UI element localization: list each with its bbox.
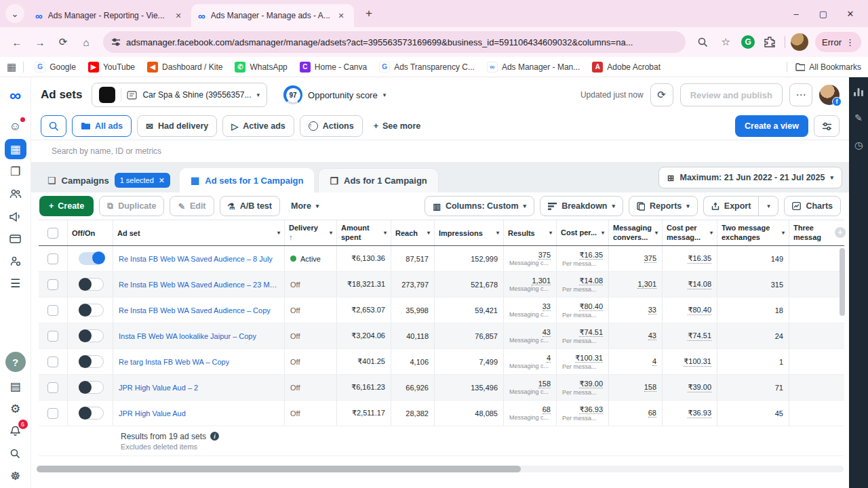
browser-tab-inactive[interactable]: ∞ Ads Manager - Reporting - Vie... ✕ bbox=[28, 4, 191, 27]
tab-search-button[interactable]: ⌄ bbox=[5, 4, 24, 23]
all-tools-menu-icon[interactable]: ☰ bbox=[5, 273, 26, 293]
forward-button[interactable]: → bbox=[30, 32, 50, 52]
row-checkbox[interactable] bbox=[47, 331, 58, 342]
ad-set-link[interactable]: Insta FB Web WA lookalike Jaipur – Copy bbox=[119, 332, 256, 340]
col-two-message-exchanges[interactable]: Two message exchanges▾ bbox=[717, 220, 789, 245]
edit-pencil-icon[interactable]: ✎ bbox=[854, 113, 863, 123]
bookmark-item[interactable]: C Home - Canva bbox=[294, 60, 372, 75]
ad-set-toggle[interactable] bbox=[79, 329, 104, 342]
new-tab-button[interactable]: + bbox=[359, 4, 378, 23]
ad-set-link[interactable]: JPR High Value Aud bbox=[119, 409, 186, 418]
notifications-bell-icon[interactable]: 6 bbox=[5, 421, 26, 441]
filter-chip-actions[interactable]: ↑ Actions bbox=[300, 115, 363, 137]
ad-set-link[interactable]: JPR High Value Aud – 2 bbox=[119, 384, 198, 392]
grammarly-extension-icon[interactable]: G bbox=[738, 33, 757, 52]
horizontal-scrollbar-thumb[interactable] bbox=[37, 466, 521, 472]
ad-set-toggle[interactable] bbox=[79, 355, 104, 368]
review-and-publish-button[interactable]: Review and publish bbox=[680, 83, 783, 106]
apps-grid-icon[interactable]: ▦ bbox=[7, 61, 16, 73]
ad-set-toggle[interactable] bbox=[79, 304, 104, 317]
user-avatar[interactable]: f bbox=[819, 85, 840, 105]
search-filter-button[interactable] bbox=[41, 115, 66, 137]
vertical-scrollbar[interactable] bbox=[840, 248, 845, 316]
close-button[interactable]: ✕ bbox=[837, 0, 864, 27]
col-ad-set[interactable]: Ad set▾ bbox=[113, 220, 285, 245]
ad-set-toggle[interactable] bbox=[79, 278, 104, 291]
zoom-icon[interactable] bbox=[692, 32, 713, 52]
info-icon[interactable]: i bbox=[210, 432, 219, 441]
account-overview-icon[interactable]: ☺ bbox=[5, 117, 26, 137]
sort-menu-icon[interactable]: ▾ bbox=[277, 230, 280, 236]
export-dropdown-button[interactable]: ▾ bbox=[758, 196, 778, 216]
bookmark-star-icon[interactable]: ☆ bbox=[715, 32, 736, 52]
account-settings-icon[interactable] bbox=[5, 251, 26, 271]
bookmark-item[interactable]: ▶ YouTube bbox=[83, 60, 140, 75]
ad-set-toggle[interactable] bbox=[79, 252, 104, 265]
refresh-button[interactable]: ⟳ bbox=[650, 83, 673, 106]
bookmark-item[interactable]: ◀ Dashboard / Kite bbox=[142, 60, 228, 75]
horizontal-scrollbar-track[interactable] bbox=[37, 466, 844, 472]
bookmark-item[interactable]: ∞ Ads Manager - Man... bbox=[481, 60, 585, 75]
bookmark-item[interactable]: G Google bbox=[29, 60, 81, 75]
search-input[interactable] bbox=[52, 146, 458, 156]
ad-set-toggle[interactable] bbox=[79, 407, 104, 420]
pages-icon[interactable]: ❐ bbox=[5, 161, 26, 182]
selected-badge[interactable]: 1 selected ✕ bbox=[115, 173, 170, 188]
ad-set-link[interactable]: Re Insta FB Web WA Saved Audience – 23 M… bbox=[119, 281, 279, 289]
col-messaging-conversations[interactable]: Messaging convers...▾ bbox=[609, 220, 663, 245]
filter-chip-active-ads[interactable]: ▷ Active ads bbox=[222, 115, 294, 137]
export-button[interactable]: Export bbox=[703, 196, 759, 216]
campaigns-nav-icon[interactable]: ▦ bbox=[5, 139, 26, 159]
tab-ads[interactable]: ❐ Ads for 1 Campaign bbox=[318, 168, 438, 192]
col-delivery[interactable]: Delivery↑▾ bbox=[285, 220, 337, 245]
site-info-icon[interactable] bbox=[111, 37, 121, 47]
bookmark-item[interactable]: G Ads Transparency C... bbox=[374, 60, 480, 75]
row-checkbox[interactable] bbox=[47, 382, 58, 393]
edit-button[interactable]: ✎ Edit bbox=[170, 196, 214, 216]
col-off-on[interactable]: Off/On bbox=[68, 220, 113, 245]
ad-set-toggle[interactable] bbox=[79, 381, 104, 394]
billing-icon[interactable] bbox=[5, 228, 26, 249]
filter-settings-icon[interactable] bbox=[814, 115, 840, 137]
row-checkbox[interactable] bbox=[47, 408, 58, 419]
col-reach[interactable]: Reach▾ bbox=[391, 220, 435, 245]
home-button[interactable]: ⌂ bbox=[76, 32, 96, 52]
history-clock-icon[interactable]: ◷ bbox=[854, 140, 863, 150]
reload-button[interactable]: ⟳ bbox=[53, 32, 73, 52]
bookmark-item[interactable]: ✆ WhatsApp bbox=[229, 60, 292, 75]
help-icon[interactable]: ? bbox=[5, 352, 26, 372]
filter-chip-had-delivery[interactable]: ✉ Had delivery bbox=[137, 115, 217, 137]
tab-close-icon[interactable]: ✕ bbox=[335, 9, 347, 22]
ad-preferences-icon[interactable]: ☸ bbox=[5, 466, 26, 486]
business-notebook-icon[interactable]: ▤ bbox=[5, 376, 26, 396]
maximize-button[interactable]: ▢ bbox=[810, 0, 837, 27]
extensions-puzzle-icon[interactable] bbox=[760, 33, 779, 52]
ad-account-selector[interactable]: Car Spa & Shine (39556357... ▾ bbox=[92, 83, 267, 107]
tab-ad-sets[interactable]: ▦ Ad sets for 1 Campaign bbox=[180, 168, 314, 192]
breakdown-button[interactable]: Breakdown ▾ bbox=[540, 196, 623, 216]
clear-selection-icon[interactable]: ✕ bbox=[159, 176, 165, 185]
address-bar[interactable]: adsmanager.facebook.com/adsmanager/manag… bbox=[103, 31, 686, 53]
see-more-button[interactable]: + See more bbox=[368, 121, 427, 131]
col-cost-per[interactable]: Cost per...▾ bbox=[557, 220, 609, 245]
search-nav-icon[interactable] bbox=[5, 443, 26, 464]
settings-gear-icon[interactable]: ⚙ bbox=[5, 399, 26, 419]
create-a-view-button[interactable]: Create a view bbox=[735, 115, 808, 137]
ad-set-link[interactable]: Re Insta FB Web WA Saved Audience – Copy bbox=[119, 306, 271, 314]
col-cost-per-message[interactable]: Cost per messag...▾ bbox=[663, 220, 717, 245]
date-range-selector[interactable]: ⊞ Maximum: 21 Jun 2022 - 21 Jul 2025 ▾ bbox=[658, 167, 842, 188]
filter-chip-all-ads[interactable]: All ads bbox=[72, 115, 132, 137]
ab-test-button[interactable]: ⚗ A/B test bbox=[220, 196, 280, 216]
columns-button[interactable]: ▥ Columns: Custom ▾ bbox=[425, 196, 534, 216]
row-checkbox[interactable] bbox=[47, 253, 58, 264]
more-button[interactable]: More ▾ bbox=[285, 196, 324, 216]
bookmark-item[interactable]: A Adobe Acrobat bbox=[587, 60, 666, 75]
col-impressions[interactable]: Impressions▾ bbox=[435, 220, 504, 245]
audiences-icon[interactable] bbox=[5, 184, 26, 204]
meta-logo[interactable]: ∞ bbox=[5, 85, 26, 106]
row-checkbox[interactable] bbox=[47, 279, 58, 290]
add-column-icon[interactable]: + bbox=[835, 227, 846, 238]
col-results[interactable]: Results▾ bbox=[504, 220, 557, 245]
browser-tab-active[interactable]: ∞ Ads Manager - Manage ads - A... ✕ bbox=[191, 4, 354, 27]
browser-profile-avatar[interactable] bbox=[791, 33, 808, 51]
